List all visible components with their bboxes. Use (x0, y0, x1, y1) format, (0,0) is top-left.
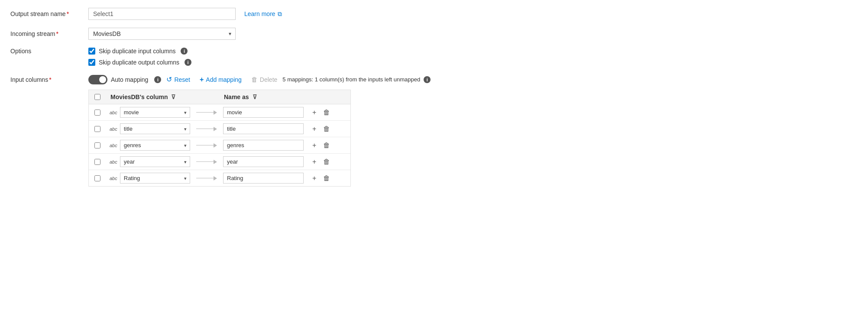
delete-row-button-2[interactable]: 🗑 (321, 141, 332, 150)
source-select-3[interactable]: movietitlegenresyearRating (120, 156, 190, 167)
select-all-checkbox[interactable] (94, 94, 100, 100)
skip-input-info-icon: i (181, 48, 188, 55)
name-as-cell-3 (220, 156, 307, 167)
abc-badge: abc (110, 176, 117, 181)
table-header: MoviesDB's column ⊽ Name as ⊽ (89, 90, 350, 104)
skip-duplicate-output-label: Skip duplicate output columns (99, 59, 179, 66)
auto-mapping-toggle[interactable] (88, 75, 107, 84)
arrow-line (196, 143, 217, 148)
name-as-input-1[interactable] (223, 123, 304, 134)
add-row-button-4[interactable]: + (311, 174, 318, 183)
row-actions-0: + 🗑 (307, 108, 350, 117)
input-columns-toolbar: Input columns* Auto mapping i ↺ Reset (10, 74, 858, 85)
add-mapping-button[interactable]: + Add mapping (195, 74, 246, 85)
delete-row-button-3[interactable]: 🗑 (321, 157, 332, 167)
table-row: abcmovietitlegenresyearRating▾ + 🗑 (89, 104, 350, 121)
add-icon: + (200, 76, 204, 84)
table-row: abcmovietitlegenresyearRating▾ + 🗑 (89, 154, 350, 170)
learn-more-link[interactable]: Learn more ⧉ (244, 10, 282, 18)
input-columns-label: Input columns* (10, 76, 88, 83)
source-filter-icon[interactable]: ⊽ (171, 93, 175, 100)
main-container: Output stream name* Learn more ⧉ Incomin… (0, 0, 868, 194)
delete-icon: 🗑 (251, 76, 258, 83)
add-row-button-2[interactable]: + (311, 141, 318, 150)
name-as-cell-1 (220, 123, 307, 134)
output-stream-input[interactable] (88, 8, 236, 20)
row-actions-2: + 🗑 (307, 141, 350, 150)
incoming-stream-select[interactable]: MoviesDB (88, 28, 236, 40)
external-link-icon: ⧉ (278, 10, 282, 18)
row-checkbox-input-4[interactable] (94, 175, 100, 181)
name-as-input-4[interactable] (223, 173, 304, 184)
reset-button[interactable]: ↺ Reset (162, 74, 194, 85)
mapping-status-info-icon: i (424, 76, 431, 83)
skip-duplicate-input-row: Skip duplicate input columns i (88, 48, 191, 55)
row-checkbox-input-2[interactable] (94, 142, 100, 148)
options-row: Options Skip duplicate input columns i S… (10, 48, 858, 66)
table-row: abcmovietitlegenresyearRating▾ + 🗑 (89, 121, 350, 137)
source-select-4[interactable]: movietitlegenresyearRating (120, 173, 190, 184)
source-select-2[interactable]: movietitlegenresyearRating (120, 140, 190, 151)
row-actions-3: + 🗑 (307, 157, 350, 167)
arrow-cell-0 (194, 110, 220, 115)
source-select-0[interactable]: movietitlegenresyearRating (120, 107, 190, 118)
incoming-stream-select-wrapper: MoviesDB ▾ (88, 28, 236, 40)
source-cell-0: abcmovietitlegenresyearRating▾ (106, 107, 194, 118)
row-actions-4: + 🗑 (307, 174, 350, 183)
delete-row-button-0[interactable]: 🗑 (321, 108, 332, 117)
mapping-table: MoviesDB's column ⊽ Name as ⊽ abcmovieti… (88, 90, 351, 187)
row-checkbox-4 (89, 175, 106, 181)
arrow-line (196, 160, 217, 164)
delete-row-button-4[interactable]: 🗑 (321, 174, 332, 183)
abc-badge: abc (110, 126, 117, 132)
row-checkbox-input-3[interactable] (94, 159, 100, 165)
source-cell-1: abcmovietitlegenresyearRating▾ (106, 123, 194, 134)
incoming-stream-label: Incoming stream* (10, 30, 88, 37)
abc-badge: abc (110, 110, 117, 115)
source-col-header: MoviesDB's column ⊽ (106, 93, 194, 100)
skip-duplicate-input-checkbox[interactable] (88, 48, 95, 55)
name-as-input-3[interactable] (223, 156, 304, 167)
arrow-cell-1 (194, 127, 220, 131)
arrow-line (196, 176, 217, 181)
arrow-cell-3 (194, 160, 220, 164)
reset-icon: ↺ (166, 75, 172, 84)
options-label: Options (10, 48, 88, 55)
auto-mapping-info-icon: i (154, 76, 161, 83)
name-as-cell-2 (220, 140, 307, 151)
skip-duplicate-output-checkbox[interactable] (88, 59, 95, 66)
name-as-cell-0 (220, 107, 307, 118)
abc-badge: abc (110, 143, 117, 148)
incoming-stream-row: Incoming stream* MoviesDB ▾ (10, 28, 858, 40)
arrow-cell-2 (194, 143, 220, 148)
row-checkbox-input-0[interactable] (94, 110, 100, 116)
source-cell-4: abcmovietitlegenresyearRating▾ (106, 173, 194, 184)
output-stream-label: Output stream name* (10, 10, 88, 17)
name-as-cell-4 (220, 173, 307, 184)
delete-row-button-1[interactable]: 🗑 (321, 124, 332, 134)
row-checkbox-2 (89, 142, 106, 148)
skip-duplicate-input-label: Skip duplicate input columns (99, 48, 175, 55)
name-as-filter-icon[interactable]: ⊽ (253, 93, 257, 100)
source-cell-3: abcmovietitlegenresyearRating▾ (106, 156, 194, 167)
skip-duplicate-output-row: Skip duplicate output columns i (88, 59, 191, 66)
mapping-status: 5 mappings: 1 column(s) from the inputs … (282, 76, 431, 83)
row-checkbox-input-1[interactable] (94, 126, 100, 132)
name-as-col-header: Name as ⊽ (220, 93, 307, 100)
abc-badge: abc (110, 159, 117, 164)
toolbar-actions: Auto mapping i ↺ Reset + Add mapping 🗑 D… (88, 74, 431, 85)
input-columns-row: Input columns* Auto mapping i ↺ Reset (10, 74, 858, 187)
options-section: Skip duplicate input columns i Skip dupl… (88, 48, 191, 66)
arrow-line (196, 127, 217, 131)
delete-button[interactable]: 🗑 Delete (247, 74, 282, 85)
row-checkbox-3 (89, 159, 106, 165)
row-checkbox-1 (89, 126, 106, 132)
name-as-input-0[interactable] (223, 107, 304, 118)
source-select-1[interactable]: movietitlegenresyearRating (120, 123, 190, 134)
header-checkbox-cell (89, 94, 106, 100)
add-row-button-1[interactable]: + (311, 124, 318, 134)
auto-mapping-toggle-wrapper: Auto mapping i (88, 75, 161, 84)
name-as-input-2[interactable] (223, 140, 304, 151)
add-row-button-0[interactable]: + (311, 108, 318, 117)
add-row-button-3[interactable]: + (311, 157, 318, 167)
